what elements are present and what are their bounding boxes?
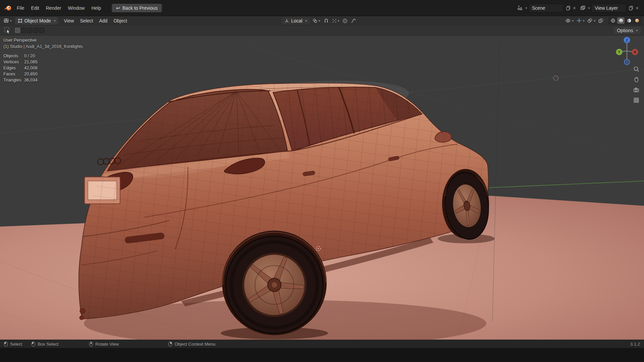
pivot-point-dropdown[interactable]: ▾ [312, 17, 321, 24]
orientation-caret-icon: ▾ [305, 19, 307, 22]
proportional-editing-toggle[interactable] [342, 18, 348, 24]
zoom-tool-icon[interactable] [633, 65, 640, 73]
blender-version: 3.1.2 [630, 342, 640, 347]
viewport-header: ▾ Object Mode ▾ View Select Add Object [0, 16, 644, 25]
mouse-right-icon [168, 342, 172, 347]
menu-select[interactable]: Select [77, 17, 96, 25]
tool-settings-bar: Options ▾ [0, 25, 644, 36]
view-layer-selector: ▾ View Layer × [580, 4, 639, 12]
remove-view-layer-icon[interactable]: × [635, 5, 639, 11]
pan-tool-icon[interactable] [633, 76, 640, 83]
menu-window[interactable]: Window [65, 4, 88, 12]
back-arrow-icon: ↩ [116, 5, 120, 11]
editor-type-caret-icon: ▾ [10, 19, 12, 22]
menu-render[interactable]: Render [43, 4, 65, 12]
select-mode-invert[interactable] [33, 28, 38, 33]
snap-toggle[interactable] [323, 18, 329, 24]
overlays-caret-icon: ▾ [594, 19, 595, 22]
options-caret-icon: ▾ [636, 29, 638, 32]
menu-file[interactable]: File [13, 4, 28, 12]
shading-wireframe-button[interactable] [609, 17, 616, 24]
unlink-scene-icon[interactable]: × [572, 5, 577, 11]
snap-caret-icon: ▾ [338, 19, 339, 22]
snap-settings-dropdown[interactable]: ▾ [331, 18, 340, 24]
view-layer-icon[interactable] [580, 5, 586, 11]
mode-caret-icon: ▾ [54, 19, 56, 22]
show-gizmo-dropdown[interactable]: ▾ [576, 17, 585, 24]
shading-material-button[interactable] [625, 17, 633, 24]
hint-rotate-view: Rotate View [89, 342, 119, 347]
editor-type-dropdown[interactable]: ▾ [3, 17, 12, 24]
mode-label: Object Mode [24, 18, 51, 23]
camera-view-icon[interactable] [633, 86, 640, 94]
stat-objects: Objects 0 / 20 [3, 53, 83, 59]
view-layer-caret-icon[interactable]: ▾ [588, 6, 590, 10]
stat-vertices: Vertices 21,085 [3, 59, 83, 65]
scene-icon[interactable] [517, 5, 523, 11]
active-tool-icon[interactable] [3, 26, 11, 34]
scene-name-field[interactable]: Scene [529, 4, 564, 12]
hint-select: Select [4, 342, 22, 347]
menu-add[interactable]: Add [96, 17, 110, 25]
view-layer-name-field[interactable]: View Layer [591, 4, 626, 12]
options-label: Options [617, 28, 633, 33]
pivot-caret-icon: ▾ [319, 19, 320, 22]
menu-object[interactable]: Object [110, 17, 130, 25]
scene-collection-label: (1) Studio | Audi_A1_3d_2016_frontlights [3, 43, 83, 50]
select-mode-subtract[interactable] [27, 28, 32, 33]
scene-selector: ▾ Scene × [517, 4, 576, 12]
scene-selector-caret-icon[interactable]: ▾ [525, 6, 527, 10]
hint-box-select: Box Select [32, 342, 58, 347]
back-to-previous-button[interactable]: ↩ Back to Previous [112, 4, 162, 12]
select-mode-intersect[interactable] [39, 28, 44, 33]
topbar: File Edit Render Window Help ↩ Back to P… [0, 0, 644, 16]
mode-dropdown[interactable]: Object Mode ▾ [15, 17, 58, 24]
stat-faces: Faces 20,850 [3, 71, 83, 77]
topbar-right: ▾ Scene × ▾ View Layer [517, 4, 641, 12]
select-mode-extend[interactable] [21, 28, 26, 33]
visibility-caret-icon: ▾ [572, 19, 574, 22]
window-bottom-strip [0, 348, 644, 362]
view-perspective-label: User Perspective [3, 37, 83, 43]
shading-mode-group [608, 17, 641, 24]
shading-solid-button[interactable] [617, 17, 625, 24]
header-center-controls: Local ▾ ▾ ▾ [282, 16, 357, 25]
ortho-toggle-icon[interactable] [633, 97, 640, 104]
show-overlays-dropdown[interactable]: ▾ [586, 17, 596, 24]
select-mode-new[interactable] [15, 28, 20, 33]
stat-edges: Edges 42,008 [3, 65, 83, 71]
gizmo-z-label: Z [626, 38, 628, 42]
menu-view[interactable]: View [61, 17, 77, 25]
blender-logo-icon[interactable] [3, 4, 12, 12]
navigation-gizmo[interactable]: Z Y X [613, 37, 641, 65]
gizmo-x-label: X [634, 50, 636, 54]
header-right-controls: ▾ ▾ ▾ [565, 17, 641, 24]
proportional-falloff-icon[interactable] [350, 18, 357, 24]
gizmo-y-label: Y [618, 50, 621, 54]
gizmo-caret-icon: ▾ [583, 19, 585, 22]
mouse-middle-icon [89, 342, 93, 347]
viewport-info-overlay: User Perspective (1) Studio | Audi_A1_3d… [3, 37, 83, 83]
mouse-left-drag-icon [32, 342, 35, 347]
object-visibility-dropdown[interactable]: ▾ [565, 17, 574, 24]
new-scene-icon[interactable] [565, 5, 571, 11]
options-dropdown[interactable]: Options ▾ [614, 27, 641, 34]
gizmo-z-negative [624, 59, 630, 65]
mouse-left-icon [4, 342, 8, 347]
menu-help[interactable]: Help [88, 4, 104, 12]
transform-orientation-dropdown[interactable]: Local ▾ [282, 17, 310, 24]
blender-window: File Edit Render Window Help ↩ Back to P… [0, 0, 644, 362]
viewport-3d[interactable]: Options ▾ [0, 25, 644, 340]
statusbar: Select Box Select Rotate View Object Con… [0, 340, 644, 348]
xray-toggle[interactable] [597, 17, 604, 24]
new-view-layer-icon[interactable] [628, 5, 633, 11]
scene-canvas[interactable] [0, 25, 644, 340]
shading-rendered-button[interactable] [633, 17, 641, 24]
menu-edit[interactable]: Edit [28, 4, 43, 12]
viewport-nav-tools [633, 65, 640, 104]
statistics-overlay: Objects 0 / 20 Vertices 21,085 Edges 42,… [3, 53, 83, 83]
orientation-label: Local [291, 18, 302, 23]
select-mode-options [15, 28, 44, 33]
hint-object-context-menu: Object Context Menu [168, 342, 215, 347]
stat-triangles: Triangles 36,034 [3, 77, 83, 83]
